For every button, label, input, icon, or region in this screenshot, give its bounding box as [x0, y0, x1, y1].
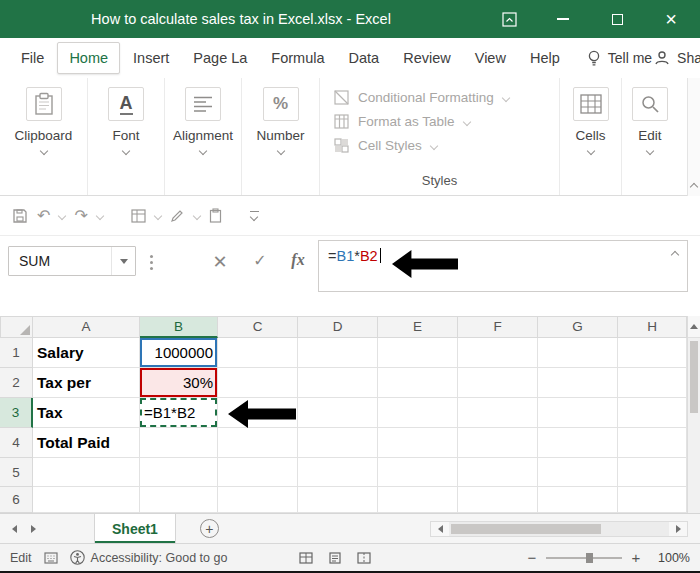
- cell-styles-button[interactable]: Cell Styles: [334, 138, 559, 153]
- select-all-button[interactable]: [0, 316, 33, 338]
- cell-F1[interactable]: [458, 338, 538, 368]
- cell-E6[interactable]: [378, 487, 458, 513]
- macro-record-button[interactable]: [44, 552, 58, 564]
- previous-sheet-icon[interactable]: [12, 525, 17, 533]
- cell-E4[interactable]: [378, 428, 458, 458]
- cell-B3-active[interactable]: =B1*B2: [140, 398, 218, 428]
- cell-E1[interactable]: [378, 338, 458, 368]
- save-button[interactable]: [12, 208, 28, 224]
- cell-D3[interactable]: [298, 398, 378, 428]
- cell-G3[interactable]: [538, 398, 618, 428]
- col-header-A[interactable]: A: [33, 316, 140, 338]
- tab-file[interactable]: File: [10, 43, 55, 73]
- cell-A2[interactable]: Tax per: [33, 368, 140, 398]
- chevron-down-icon[interactable]: [154, 211, 162, 219]
- undo-button[interactable]: ↶: [37, 206, 50, 225]
- enter-button[interactable]: ✓: [248, 251, 272, 270]
- cell-C2[interactable]: [218, 368, 298, 398]
- chevron-down-icon[interactable]: [58, 211, 66, 219]
- accessibility-checker-button[interactable]: Accessibility: Good to go: [70, 550, 228, 565]
- col-header-B[interactable]: B: [140, 316, 218, 338]
- ribbon-group-cells[interactable]: Cells: [560, 78, 622, 195]
- cell-E3[interactable]: [378, 398, 458, 428]
- cell-B2[interactable]: 30%: [140, 368, 218, 398]
- cell-H2[interactable]: [618, 368, 687, 398]
- cell-F5[interactable]: [458, 458, 538, 487]
- col-header-D[interactable]: D: [298, 316, 378, 338]
- cell-H3[interactable]: [618, 398, 687, 428]
- cell-F6[interactable]: [458, 487, 538, 513]
- close-button[interactable]: ×: [644, 0, 698, 38]
- cell-D4[interactable]: [298, 428, 378, 458]
- cell-F4[interactable]: [458, 428, 538, 458]
- col-header-H[interactable]: H: [618, 316, 687, 338]
- row-header-1[interactable]: 1: [0, 338, 33, 368]
- cell-A4[interactable]: Total Paid: [33, 428, 140, 458]
- zoom-in-button[interactable]: +: [630, 549, 642, 566]
- tab-insert[interactable]: Insert: [122, 43, 180, 73]
- ribbon-group-clipboard[interactable]: Clipboard: [0, 78, 88, 195]
- col-header-C[interactable]: C: [218, 316, 298, 338]
- page-layout-view-icon[interactable]: [328, 552, 342, 564]
- cell-G5[interactable]: [538, 458, 618, 487]
- cell-D6[interactable]: [298, 487, 378, 513]
- row-header-3[interactable]: 3: [0, 398, 33, 428]
- formula-input[interactable]: =B1*B2: [318, 240, 688, 292]
- zoom-slider[interactable]: [546, 557, 622, 559]
- cell-G6[interactable]: [538, 487, 618, 513]
- format-as-table-button[interactable]: Format as Table: [334, 114, 559, 129]
- next-sheet-icon[interactable]: [31, 525, 36, 533]
- tell-me-button[interactable]: Tell me: [587, 50, 652, 67]
- cell-G1[interactable]: [538, 338, 618, 368]
- insert-function-button[interactable]: fx: [286, 251, 310, 269]
- cell-E2[interactable]: [378, 368, 458, 398]
- maximize-button[interactable]: [590, 0, 644, 38]
- chevron-down-icon[interactable]: [96, 211, 104, 219]
- sheet-tab-sheet1[interactable]: Sheet1: [94, 514, 176, 543]
- cell-B6[interactable]: [140, 487, 218, 513]
- minimize-button[interactable]: [536, 0, 590, 38]
- cell-A1[interactable]: Salary: [33, 338, 140, 368]
- expand-formula-bar-icon[interactable]: [671, 251, 679, 259]
- col-header-E[interactable]: E: [378, 316, 458, 338]
- ribbon-display-options-button[interactable]: [482, 0, 536, 38]
- new-sheet-button[interactable]: +: [200, 519, 219, 538]
- cell-A3[interactable]: Tax: [33, 398, 140, 428]
- cell-H6[interactable]: [618, 487, 687, 513]
- cancel-button[interactable]: ✕: [208, 251, 232, 273]
- row-header-2[interactable]: 2: [0, 368, 33, 398]
- cell-C4[interactable]: [218, 428, 298, 458]
- conditional-formatting-button[interactable]: Conditional Formatting: [334, 90, 559, 105]
- customize-toolbar-button[interactable]: [250, 211, 259, 221]
- zoom-level[interactable]: 100%: [650, 551, 690, 565]
- cell-B1[interactable]: 1000000: [140, 338, 218, 368]
- cell-D5[interactable]: [298, 458, 378, 487]
- zoom-slider-handle[interactable]: [586, 553, 593, 563]
- scroll-up-button[interactable]: [688, 316, 700, 338]
- normal-view-icon[interactable]: [299, 552, 313, 564]
- cell-H5[interactable]: [618, 458, 687, 487]
- name-box[interactable]: SUM: [8, 246, 136, 276]
- ribbon-group-editing[interactable]: Edit: [622, 78, 678, 195]
- tab-formulas[interactable]: Formula: [260, 43, 335, 73]
- scroll-right-button[interactable]: [669, 522, 687, 536]
- scroll-left-button[interactable]: [431, 522, 449, 536]
- cell-H4[interactable]: [618, 428, 687, 458]
- cell-A5[interactable]: [33, 458, 140, 487]
- cell-D2[interactable]: [298, 368, 378, 398]
- cell-F2[interactable]: [458, 368, 538, 398]
- page-break-preview-icon[interactable]: [357, 552, 371, 564]
- tab-home[interactable]: Home: [57, 42, 120, 74]
- col-header-F[interactable]: F: [458, 316, 538, 338]
- cell-B4[interactable]: [140, 428, 218, 458]
- vertical-scrollbar[interactable]: [687, 316, 700, 513]
- zoom-out-button[interactable]: −: [526, 549, 538, 566]
- tab-review[interactable]: Review: [392, 43, 462, 73]
- row-header-5[interactable]: 5: [0, 458, 33, 487]
- horizontal-scrollbar[interactable]: [430, 521, 688, 537]
- tab-page-layout[interactable]: Page La: [182, 43, 258, 73]
- cell-E5[interactable]: [378, 458, 458, 487]
- row-header-6[interactable]: 6: [0, 487, 33, 513]
- horizontal-scrollbar-track[interactable]: [449, 522, 669, 536]
- cell-F3[interactable]: [458, 398, 538, 428]
